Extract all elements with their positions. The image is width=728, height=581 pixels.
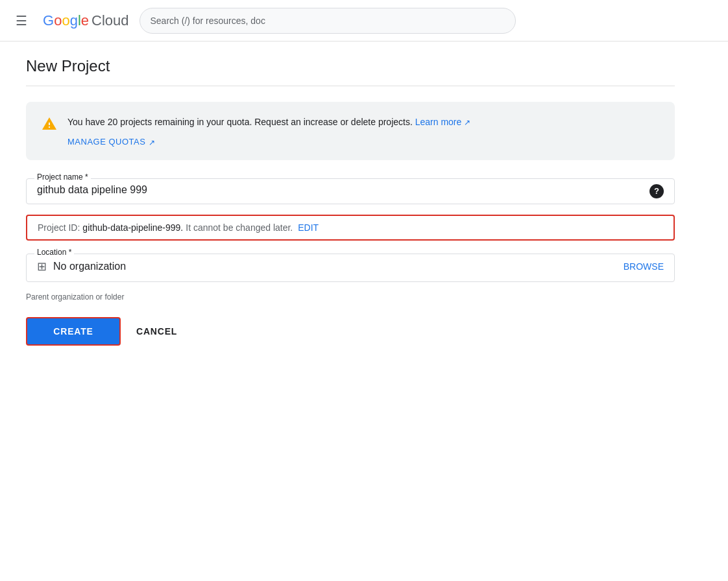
new-project-form: Project name * ? Project ID: github-data… (26, 178, 675, 346)
browse-link[interactable]: BROWSE (624, 261, 664, 272)
parent-hint: Parent organization or folder (26, 292, 675, 302)
external-link-icon: ↗ (464, 118, 470, 127)
learn-more-link[interactable]: Learn more ↗ (415, 117, 470, 127)
project-id-row: Project ID: github-data-pipeline-999. It… (26, 215, 675, 241)
location-field-group: Location * ⊞ No organization BROWSE (26, 254, 675, 282)
manage-quotas-external-icon: ↗ (149, 138, 156, 147)
help-icon[interactable]: ? (649, 184, 664, 198)
project-name-field-group: Project name * ? (26, 178, 675, 204)
organization-grid-icon: ⊞ (37, 259, 47, 274)
quota-notice: You have 20 projects remaining in your q… (26, 102, 675, 160)
page-title: New Project (26, 57, 675, 75)
location-label: Location * (34, 248, 74, 257)
quota-notice-content: You have 20 projects remaining in your q… (67, 115, 470, 147)
project-name-label: Project name * (34, 172, 91, 182)
form-button-row: CREATE CANCEL (26, 317, 675, 346)
google-cloud-logo: Google Cloud (43, 12, 129, 29)
project-id-note: It cannot be changed later. (186, 222, 293, 233)
app-header: ☰ Google Cloud Search (/) for resources,… (0, 0, 728, 42)
quota-text: You have 20 projects remaining in your q… (67, 115, 470, 129)
manage-quotas-link[interactable]: MANAGE QUOTAS ↗ (67, 137, 470, 147)
title-divider (26, 86, 675, 86)
cancel-button[interactable]: CANCEL (131, 318, 182, 344)
menu-icon[interactable]: ☰ (10, 8, 32, 34)
project-name-input[interactable] (37, 184, 664, 196)
edit-project-id-link[interactable]: EDIT (298, 222, 319, 233)
search-bar[interactable]: Search (/) for resources, doc (140, 8, 516, 34)
project-name-wrapper: Project name * ? (26, 178, 675, 204)
location-inner: ⊞ No organization (37, 259, 126, 274)
location-value: No organization (53, 261, 126, 272)
warning-icon (42, 116, 57, 132)
page-content: New Project You have 20 projects remaini… (0, 42, 701, 361)
project-id-prefix: Project ID: (38, 222, 80, 233)
project-id-value: github-data-pipeline-999. (82, 222, 183, 233)
create-button[interactable]: CREATE (26, 317, 121, 346)
logo-google-text: Google (43, 12, 89, 29)
search-placeholder-text: Search (/) for resources, doc (151, 16, 265, 26)
logo-cloud-text: Cloud (91, 12, 128, 29)
location-wrapper: Location * ⊞ No organization BROWSE (26, 254, 675, 282)
